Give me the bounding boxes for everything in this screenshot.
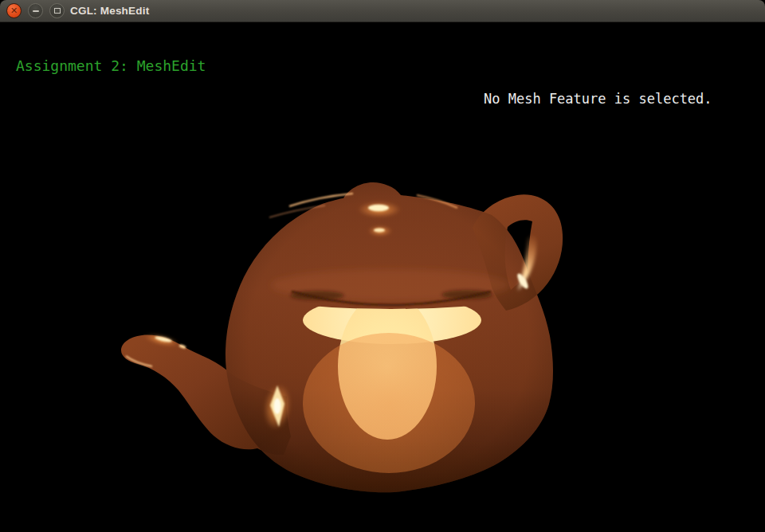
window-title: CGL: MeshEdit — [70, 0, 149, 22]
status-message: No Mesh Feature is selected. — [484, 91, 712, 107]
close-button[interactable]: ✕ — [6, 3, 22, 18]
close-icon: ✕ — [10, 6, 18, 15]
minimize-button[interactable] — [28, 3, 43, 18]
gl-viewport[interactable]: Assignment 2: MeshEdit No Mesh Feature i… — [0, 22, 765, 532]
app-window: ✕ CGL: MeshEdit — [0, 0, 765, 532]
assignment-heading: Assignment 2: MeshEdit — [16, 57, 206, 74]
title-bar[interactable]: ✕ CGL: MeshEdit — [0, 0, 765, 22]
minimize-icon — [33, 10, 39, 12]
maximize-icon — [54, 8, 61, 14]
maximize-button[interactable] — [49, 3, 65, 18]
